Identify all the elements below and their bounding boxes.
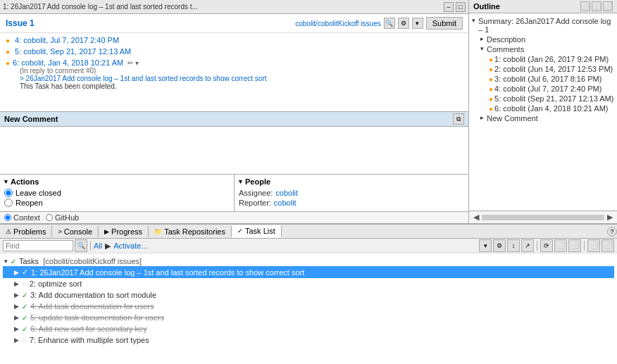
tab-console[interactable]: > Console — [52, 226, 99, 237]
issue-title: Issue 1 — [6, 18, 35, 28]
task-item-2[interactable]: ▶ ○ 2: optimize sort — [3, 278, 614, 289]
repo-link[interactable]: cobolit/cobolitKickoff issues — [295, 20, 381, 27]
task-item-5[interactable]: ▶ ✓ 5: update task documentation for use… — [3, 312, 614, 323]
task-group-label: Tasks [cobolit/cobolitKickoff issues] — [19, 257, 142, 265]
outline-comment-1[interactable]: ● 1: cobolit (Jan 26, 2017 9:24 PM) — [472, 54, 614, 64]
reopen-radio[interactable] — [4, 199, 13, 207]
task-item-6[interactable]: ▶ ✓ 6: Add new sort for secondary key — [3, 323, 614, 334]
comment-bullet-5: ● — [6, 48, 10, 56]
outline-comment-3-text: 3: cobolit (Jul 6, 2017 8:16 PM) — [494, 75, 602, 83]
context-label: Context — [13, 213, 40, 222]
outline-nav-left-icon[interactable]: ◀ — [472, 213, 480, 222]
task-repos-icon: 📁 — [154, 228, 162, 235]
issue-header: Issue 1 cobolit/cobolitKickoff issues 🔍 … — [0, 14, 468, 33]
leave-closed-row[interactable]: Leave closed — [4, 189, 230, 197]
toolbar-btn-2[interactable]: ⚙ — [493, 239, 506, 252]
outline-comment-2-text: 2: cobolit (Jun 14, 2017 12:53 PM) — [494, 65, 613, 73]
comment-bullet-6: ● — [6, 59, 10, 67]
tab-problems[interactable]: ⚠ Problems — [0, 226, 52, 237]
help-btn[interactable]: ? — [607, 227, 617, 237]
toolbar-left: 🔍 All ▶ Activate... — [3, 239, 148, 252]
toolbar-btn-6[interactable]: ⬜ — [554, 239, 567, 252]
task-1-text: 1: 26Jan2017 Add console log – 1st and l… — [31, 268, 304, 277]
task-item-1[interactable]: ▶ ✓ 1: 26Jan2017 Add console log – 1st a… — [3, 266, 614, 278]
task-1-arrow: ▶ — [14, 269, 19, 276]
all-link[interactable]: All — [94, 241, 102, 250]
tab-task-list-label: Task List — [245, 227, 275, 235]
task-1-check: ✓ — [22, 268, 28, 277]
outline-comment-3[interactable]: ● 3: cobolit (Jul 6, 2017 8:16 PM) — [472, 74, 614, 84]
context-radio[interactable] — [4, 214, 11, 221]
outline-comment-2[interactable]: ● 2: cobolit (Jun 14, 2017 12:53 PM) — [472, 64, 614, 74]
task-6-arrow: ▶ — [14, 325, 19, 332]
tab-progress[interactable]: ▶ Progress — [99, 226, 149, 237]
toolbar-sep-2 — [537, 241, 537, 251]
outline-icon-2[interactable]: ⬜ — [592, 1, 602, 11]
new-comment-expand-icon[interactable]: ⧉ — [453, 113, 464, 125]
task-group: ▾ ✓ Tasks [cobolit/cobolitKickoff issues… — [0, 255, 617, 347]
outline-comments-arrow: ▾ — [480, 45, 484, 52]
filter-icon[interactable]: ⚙ — [398, 18, 409, 29]
task-group-header[interactable]: ▾ ✓ Tasks [cobolit/cobolitKickoff issues… — [3, 256, 614, 266]
toolbar-btn-1[interactable]: ▾ — [479, 239, 492, 252]
find-btn[interactable]: 🔍 — [75, 239, 87, 252]
leave-closed-radio[interactable] — [4, 189, 13, 197]
find-input[interactable] — [3, 240, 73, 251]
toolbar-btn-4[interactable]: ↗ — [521, 239, 534, 252]
outline-icon-3[interactable]: ⬜ — [603, 1, 613, 11]
task-group-check: ✓ — [11, 258, 16, 265]
submit-button[interactable]: Submit — [426, 17, 463, 30]
outline-comment-1-text: 1: cobolit (Jan 26, 2017 9:24 PM) — [494, 55, 609, 63]
comment-reply-6: (In reply to comment #0) — [6, 67, 463, 75]
new-comment-textarea[interactable] — [0, 127, 468, 172]
tab-task-list[interactable]: ✓ Task List — [232, 225, 282, 238]
outline-comment-6[interactable]: ● 6: cobolit (Jan 4, 2018 10:21 AM) — [472, 103, 614, 113]
maximize-btn[interactable]: □ — [456, 2, 466, 12]
tab-title: 1: 26Jan2017 Add console log – 1st and l… — [3, 3, 198, 11]
tab-task-repos[interactable]: 📁 Task Repositories — [149, 226, 232, 237]
people-header: ▾ People — [239, 177, 464, 186]
outline-comment-4[interactable]: ● 4: cobolit (Jul 7, 2017 2:40 PM) — [472, 84, 614, 94]
activate-link[interactable]: Activate... — [113, 241, 147, 250]
task-item-7[interactable]: ▶ ○ 7: Enhance with multiple sort types — [3, 334, 614, 346]
task-2-text: 2: optimize sort — [30, 280, 82, 288]
outline-description-item[interactable]: ▸ Description — [472, 34, 614, 44]
toolbar-btn-5[interactable]: ⟳ — [540, 239, 553, 252]
reopen-label: Reopen — [15, 199, 43, 207]
new-comment-scroll — [0, 127, 468, 174]
github-radio-item[interactable]: GitHub — [46, 213, 79, 222]
outline-comment-2-bullet: ● — [489, 65, 493, 73]
outline-summary-item[interactable]: ▾ Summary: 26Jan2017 Add console log – 1 — [472, 16, 614, 34]
minimize-btn[interactable]: – — [444, 2, 454, 12]
outline-comment-5[interactable]: ● 5: cobolit (Sep 21, 2017 12:13 AM) — [472, 94, 614, 103]
comment-author-5: 5: cobolit, Sep 21, 2017 12:13 AM — [15, 47, 131, 56]
github-radio[interactable] — [46, 214, 53, 221]
outline-comments-header[interactable]: ▾ Comments — [472, 44, 614, 54]
outline-icon-1[interactable]: ⬜ — [580, 1, 590, 11]
toolbar-btn-7[interactable]: ⬜ — [568, 239, 581, 252]
outline-header: Outline ⬜ ⬜ ⬜ — [469, 0, 617, 13]
toolbar-btn-3[interactable]: ↕ — [507, 239, 520, 252]
task-4-check: ✓ — [22, 303, 27, 310]
comment-6[interactable]: ● 6: cobolit, Jan 4, 2018 10:21 AM ✏ ▾ (… — [0, 57, 468, 92]
toolbar-btn-8[interactable]: ⬜ — [587, 239, 600, 252]
comment-4[interactable]: ● 4: cobolit, Jul 7, 2017 2:40 PM — [0, 34, 468, 46]
task-7-check: ○ — [22, 336, 27, 344]
outline-desc-arrow: ▸ — [480, 35, 484, 42]
bottom-toolbar: 🔍 All ▶ Activate... ▾ ⚙ ↕ ↗ ⟳ ⬜ ⬜ ⬜ ⬜ — [0, 239, 617, 253]
actions-label: Actions — [11, 177, 39, 186]
toolbar-btn-9[interactable]: ⬜ — [602, 239, 614, 252]
outline-nav-right-icon[interactable]: ▶ — [606, 213, 614, 222]
leave-closed-label: Leave closed — [15, 189, 61, 197]
reporter-row: Reporter: cobolit — [239, 199, 464, 207]
context-radio-item[interactable]: Context — [4, 213, 40, 222]
dropdown-icon[interactable]: ▾ — [412, 18, 423, 29]
outline-new-comment[interactable]: ▸ New Comment — [472, 113, 614, 123]
github-label: GitHub — [55, 213, 79, 222]
outline-comment-5-text: 5: cobolit (Sep 21, 2017 12:13 AM) — [494, 94, 613, 103]
search-icon[interactable]: 🔍 — [384, 18, 395, 29]
task-item-3[interactable]: ▶ ✓ 3: Add documentation to sort module — [3, 289, 614, 301]
comment-5[interactable]: ● 5: cobolit, Sep 21, 2017 12:13 AM — [0, 46, 468, 57]
task-item-4[interactable]: ▶ ✓ 4: Add task documentation for users — [3, 301, 614, 312]
reopen-row[interactable]: Reopen — [4, 199, 230, 207]
